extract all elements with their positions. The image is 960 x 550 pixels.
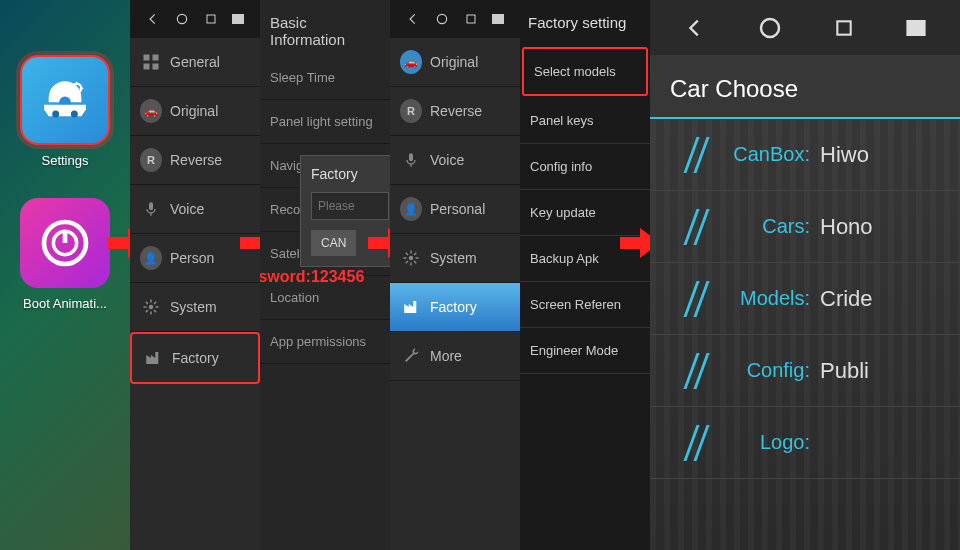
picture-icon: [232, 14, 244, 24]
info-sleep-time[interactable]: Sleep Time: [260, 56, 390, 100]
svg-point-20: [409, 256, 414, 261]
gear-icon: [400, 247, 422, 269]
sidebar-item-voice[interactable]: Voice: [130, 185, 260, 234]
arrow-icon: [108, 228, 130, 258]
sidebar-item-more[interactable]: More: [390, 332, 520, 381]
recent-icon[interactable]: [205, 13, 217, 25]
cars-value: Hono: [820, 214, 873, 240]
settings-app-icon[interactable]: [20, 55, 110, 145]
svg-rect-9: [232, 14, 244, 24]
fs-item-select-models[interactable]: Select models: [522, 47, 648, 96]
arrow-icon: [620, 228, 650, 258]
boot-animation-app-icon[interactable]: [20, 198, 110, 288]
factory-icon: [400, 296, 422, 318]
car-choose-row-models[interactable]: Models: Cride: [650, 263, 960, 335]
sidebar-item-system[interactable]: System: [130, 283, 260, 332]
svg-rect-18: [492, 14, 504, 24]
factory-settings-title: Factory setting: [520, 0, 650, 45]
picture-icon: [492, 14, 504, 24]
boot-app-label: Boot Animati...: [0, 296, 130, 311]
svg-rect-19: [409, 153, 413, 161]
sidebar-item-voice[interactable]: Voice: [390, 136, 520, 185]
status-bar: [130, 0, 260, 38]
slash-icon: [690, 209, 708, 245]
popup-cancel-button[interactable]: CAN: [311, 230, 356, 256]
person-icon: 👤: [400, 198, 422, 220]
svg-rect-12: [144, 64, 150, 70]
back-icon[interactable]: [684, 17, 706, 39]
slash-icon: [690, 281, 708, 317]
svg-rect-13: [153, 64, 159, 70]
sidebar-item-general[interactable]: General: [130, 38, 260, 87]
grid-icon: [140, 51, 162, 73]
fs-item-panel-keys[interactable]: Panel keys: [520, 98, 650, 144]
sidebar-item-reverse[interactable]: RReverse: [130, 136, 260, 185]
status-bar: [650, 0, 960, 55]
canbox-label: CanBox:: [650, 143, 820, 166]
back-icon[interactable]: [146, 12, 160, 26]
settings-sidebar-1: General 🚗Original RReverse Voice 👤Person…: [130, 0, 260, 550]
svg-rect-10: [144, 55, 150, 61]
car-choose-panel: Car Choose CanBox: Hiwo Cars: Hono Model…: [650, 0, 960, 550]
sidebar-item-original[interactable]: 🚗Original: [390, 38, 520, 87]
svg-rect-17: [467, 15, 475, 23]
car-choose-row-canbox[interactable]: CanBox: Hiwo: [650, 119, 960, 191]
svg-rect-14: [149, 202, 153, 210]
car-icon: 🚗: [400, 51, 422, 73]
svg-point-2: [71, 111, 78, 118]
sidebar-item-original[interactable]: 🚗Original: [130, 87, 260, 136]
config-label: Config:: [650, 359, 820, 382]
recent-icon[interactable]: [465, 13, 477, 25]
info-app-permissions[interactable]: App permissions: [260, 320, 390, 364]
recent-icon[interactable]: [834, 18, 854, 38]
gear-icon: [140, 296, 162, 318]
launcher-panel: Settings Boot Animati...: [0, 0, 130, 550]
config-value: Publi: [820, 358, 869, 384]
svg-rect-11: [153, 55, 159, 61]
svg-point-16: [438, 14, 447, 23]
fs-item-engineer-mode[interactable]: Engineer Mode: [520, 328, 650, 374]
picture-icon: [906, 20, 926, 36]
home-icon[interactable]: [758, 16, 782, 40]
wrench-icon: [400, 345, 422, 367]
password-hint-label: Password:123456: [260, 268, 364, 286]
settings-app-label: Settings: [0, 153, 130, 168]
sidebar-item-factory[interactable]: Factory: [390, 283, 520, 332]
svg-rect-22: [837, 21, 850, 34]
back-icon[interactable]: [406, 12, 420, 26]
cars-label: Cars:: [650, 215, 820, 238]
reverse-icon: R: [400, 100, 422, 122]
sidebar-item-reverse[interactable]: RReverse: [390, 87, 520, 136]
car-choose-row-config[interactable]: Config: Publi: [650, 335, 960, 407]
svg-point-7: [178, 14, 187, 23]
home-icon[interactable]: [175, 12, 189, 26]
info-panel-light[interactable]: Panel light setting: [260, 100, 390, 144]
sidebar-item-system[interactable]: System: [390, 234, 520, 283]
mic-icon: [140, 198, 162, 220]
settings-sidebar-2: 🚗Original RReverse Voice 👤Personal Syste…: [390, 0, 520, 550]
svg-point-15: [149, 305, 154, 310]
svg-rect-8: [207, 15, 215, 23]
password-input[interactable]: [311, 192, 389, 220]
slash-icon: [690, 137, 708, 173]
canbox-value: Hiwo: [820, 142, 869, 168]
fs-item-config-info[interactable]: Config info: [520, 144, 650, 190]
home-icon[interactable]: [435, 12, 449, 26]
factory-icon: [142, 347, 164, 369]
sidebar-item-personal[interactable]: 👤Personal: [390, 185, 520, 234]
popup-title: Factory: [311, 166, 389, 182]
arrow-icon: [368, 228, 390, 258]
fs-item-screen-reference[interactable]: Screen Referen: [520, 282, 650, 328]
sidebar-item-factory[interactable]: Factory: [130, 332, 260, 384]
arrow-icon: [240, 228, 260, 258]
car-choose-row-cars[interactable]: Cars: Hono: [650, 191, 960, 263]
svg-rect-23: [906, 20, 925, 36]
logo-label: Logo:: [650, 431, 820, 454]
car-choose-row-logo[interactable]: Logo:: [650, 407, 960, 479]
factory-settings-panel: Factory setting Select models Panel keys…: [520, 0, 650, 550]
models-value: Cride: [820, 286, 873, 312]
reverse-icon: R: [140, 149, 162, 171]
status-bar: [390, 0, 520, 38]
person-icon: 👤: [140, 247, 162, 269]
slash-icon: [690, 425, 708, 461]
